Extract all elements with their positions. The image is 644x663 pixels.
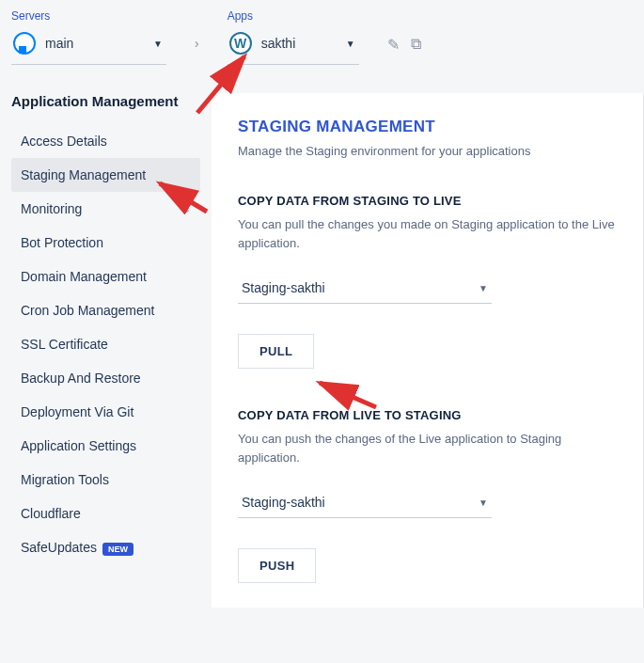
- push-section-title: COPY DATA FROM LIVE TO STAGING: [238, 408, 617, 422]
- caret-down-icon: ▼: [153, 39, 163, 49]
- page-title: STAGING MANAGEMENT: [238, 118, 617, 136]
- server-name: main: [45, 36, 73, 51]
- sidebar-item-backup-restore[interactable]: Backup And Restore: [11, 361, 200, 395]
- push-select-value: Staging-sakthi: [242, 495, 325, 510]
- caret-down-icon: ▼: [346, 39, 355, 49]
- edit-icon[interactable]: ✎: [387, 36, 400, 54]
- push-button[interactable]: PUSH: [238, 548, 316, 583]
- sidebar-item-label: Access Details: [21, 134, 107, 149]
- new-badge: NEW: [102, 543, 134, 556]
- external-link-icon[interactable]: ⧉: [411, 36, 421, 54]
- sidebar-item-ssl-certificate[interactable]: SSL Certificate: [11, 327, 200, 361]
- sidebar-item-label: SSL Certificate: [21, 337, 108, 352]
- sidebar-item-application-settings[interactable]: Application Settings: [11, 429, 200, 463]
- sidebar-item-label: Backup And Restore: [21, 371, 141, 386]
- sidebar-item-label: Cron Job Management: [21, 303, 154, 318]
- sidebar-item-domain-management[interactable]: Domain Management: [11, 260, 200, 293]
- sidebar-item-label: Monitoring: [21, 201, 82, 216]
- page-subtitle: Manage the Staging environment for your …: [238, 144, 617, 158]
- chevron-down-icon: ⌄: [182, 203, 191, 215]
- sidebar-item-label: Deployment Via Git: [21, 404, 134, 419]
- caret-down-icon: ▼: [479, 283, 488, 293]
- app-name: sakthi: [261, 36, 296, 51]
- servers-label: Servers: [11, 9, 166, 23]
- pull-select-value: Staging-sakthi: [242, 280, 325, 295]
- app-actions: ✎ ⧉: [387, 36, 421, 54]
- app-selector[interactable]: W sakthi ▼: [228, 28, 359, 65]
- sidebar-item-label: Application Settings: [21, 438, 136, 453]
- push-section-desc: You can push the changes of the Live app…: [238, 430, 617, 466]
- pull-section-title: COPY DATA FROM STAGING TO LIVE: [238, 194, 617, 208]
- sidebar-item-monitoring[interactable]: Monitoring⌄: [11, 192, 200, 226]
- pull-staging-select[interactable]: Staging-sakthi ▼: [238, 273, 492, 304]
- pull-section-desc: You can pull the changes you made on Sta…: [238, 215, 617, 252]
- sidebar-item-label: Migration Tools: [21, 472, 109, 487]
- sidebar-item-bot-protection[interactable]: Bot Protection: [11, 226, 200, 260]
- caret-down-icon: ▼: [479, 497, 488, 508]
- top-nav: Servers main ▼ › Apps W sakthi ▼ ✎ ⧉: [0, 0, 644, 65]
- sidebar-title: Application Management: [11, 93, 200, 109]
- sidebar-item-deployment-git[interactable]: Deployment Via Git: [11, 395, 200, 429]
- app-selector-col: Apps W sakthi ▼: [228, 9, 359, 65]
- sidebar-item-label: Staging Management: [21, 167, 146, 182]
- sidebar-item-cloudflare[interactable]: Cloudflare: [11, 497, 200, 530]
- sidebar-item-label: Domain Management: [21, 269, 147, 284]
- sidebar-item-cron-job-management[interactable]: Cron Job Management: [11, 293, 200, 327]
- wordpress-icon: W: [229, 32, 252, 55]
- digitalocean-icon: [13, 32, 36, 55]
- server-selector[interactable]: main ▼: [11, 28, 166, 65]
- server-selector-col: Servers main ▼: [11, 9, 166, 65]
- breadcrumb-arrow-icon: ›: [195, 36, 199, 51]
- sidebar-item-label: Cloudflare: [21, 506, 81, 521]
- sidebar-item-access-details[interactable]: Access Details: [11, 124, 200, 158]
- push-staging-select[interactable]: Staging-sakthi ▼: [238, 487, 492, 518]
- pull-button[interactable]: PULL: [238, 334, 314, 369]
- sidebar-item-label: SafeUpdates: [21, 540, 97, 555]
- sidebar-item-label: Bot Protection: [21, 235, 103, 250]
- sidebar-item-staging-management[interactable]: Staging Management: [11, 158, 200, 192]
- sidebar: Application Management Access Details St…: [0, 93, 212, 608]
- apps-label: Apps: [228, 9, 359, 23]
- sidebar-item-migration-tools[interactable]: Migration Tools: [11, 463, 200, 497]
- sidebar-item-safeupdates[interactable]: SafeUpdatesNEW: [11, 530, 200, 564]
- content-area: Application Management Access Details St…: [0, 93, 644, 608]
- main-panel: STAGING MANAGEMENT Manage the Staging en…: [212, 93, 644, 608]
